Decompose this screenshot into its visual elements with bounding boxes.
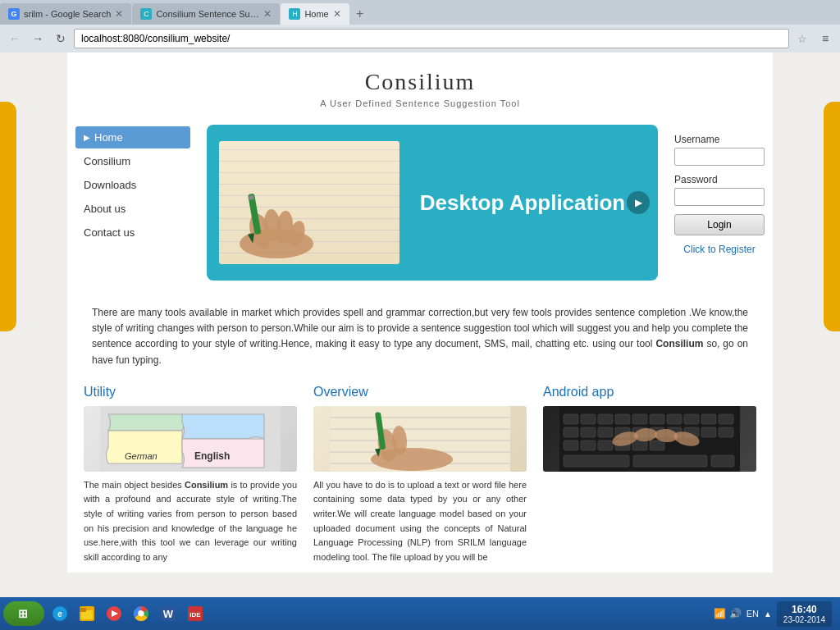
- overview-title: Overview: [313, 385, 527, 399]
- google-favicon: G: [8, 8, 20, 20]
- android-title: Android app: [543, 385, 756, 399]
- sidebar: ▶ Home Consilium Downloads About us Cont…: [67, 125, 199, 281]
- tab-consilium-suggestion[interactable]: C Consilium Sentence Sugg... ✕: [132, 3, 280, 25]
- hand-pen-svg: [227, 186, 326, 260]
- tab-close-home[interactable]: ✕: [333, 8, 341, 20]
- svg-rect-34: [581, 427, 596, 437]
- tab-close-google[interactable]: ✕: [115, 8, 123, 20]
- sidebar-item-contact-label: Contact us: [84, 226, 135, 239]
- svg-rect-43: [564, 441, 578, 450]
- android-image: [543, 406, 756, 472]
- sidebar-item-downloads[interactable]: Downloads: [75, 174, 190, 196]
- tab-google-search[interactable]: G srilm - Google Search ✕: [0, 3, 131, 25]
- overview-image: [313, 406, 527, 472]
- taskbar-items: e W IDE: [48, 601, 208, 626]
- svg-rect-33: [564, 427, 578, 437]
- three-columns: Utility German English: [67, 377, 773, 573]
- svg-text:German: German: [125, 451, 158, 461]
- forward-button[interactable]: →: [28, 29, 48, 48]
- site-wrapper: Consilium A User Defined Sentence Sugges…: [67, 52, 773, 573]
- svg-rect-32: [719, 414, 733, 424]
- taskbar-expand[interactable]: ▲: [764, 609, 772, 619]
- sidebar-item-home-label: Home: [94, 131, 123, 144]
- tab-bar: G srilm - Google Search ✕ C Consilium Se…: [0, 0, 840, 25]
- svg-rect-54: [633, 455, 707, 467]
- svg-rect-42: [719, 427, 733, 437]
- sidebar-item-home[interactable]: ▶ Home: [75, 126, 190, 148]
- username-input[interactable]: [674, 148, 765, 166]
- language-indicator[interactable]: EN: [746, 609, 759, 619]
- utility-text: The main object besides Consilium is to …: [84, 478, 297, 565]
- login-panel: Username Password Login Click to Registe…: [666, 125, 773, 281]
- nav-bar: ← → ↻ ☆ ≡: [0, 25, 840, 52]
- main-layout: ▶ Home Consilium Downloads About us Cont…: [67, 116, 773, 289]
- svg-rect-47: [632, 441, 647, 450]
- svg-rect-31: [701, 414, 716, 424]
- media-icon[interactable]: [102, 601, 126, 626]
- site-header: Consilium A User Defined Sentence Sugges…: [67, 52, 773, 116]
- sidebar-item-consilium[interactable]: Consilium: [75, 150, 190, 172]
- consilium-favicon: C: [140, 8, 152, 20]
- svg-rect-7: [249, 195, 254, 200]
- tab-label-google: srilm - Google Search: [24, 9, 111, 19]
- svg-rect-45: [598, 441, 613, 450]
- svg-rect-44: [581, 441, 596, 450]
- network-icon: 📶: [714, 608, 726, 619]
- reload-button[interactable]: ↻: [51, 29, 71, 48]
- system-clock[interactable]: 16:40 23-02-2014: [777, 601, 832, 627]
- corner-right-decoration: [824, 102, 840, 331]
- bookmark-star-icon[interactable]: ☆: [792, 29, 812, 48]
- sidebar-item-downloads-label: Downloads: [84, 179, 136, 191]
- menu-icon[interactable]: ≡: [815, 29, 835, 48]
- svg-rect-29: [667, 414, 682, 424]
- svg-rect-53: [564, 455, 629, 467]
- system-tray: 📶 🔊: [714, 608, 742, 619]
- col-overview: Overview: [313, 385, 527, 565]
- back-button[interactable]: ←: [5, 29, 25, 48]
- svg-rect-41: [701, 427, 716, 437]
- start-button[interactable]: ⊞: [3, 601, 44, 626]
- sidebar-item-about-label: About us: [84, 203, 126, 215]
- svg-rect-24: [581, 414, 596, 424]
- sidebar-item-contact[interactable]: Contact us: [75, 221, 190, 244]
- site-title: Consilium: [92, 69, 748, 95]
- windows-icon: ⊞: [18, 607, 28, 620]
- ide-icon[interactable]: IDE: [183, 601, 208, 626]
- new-tab-button[interactable]: +: [349, 3, 371, 25]
- taskbar: ⊞ e W IDE 📶 🔊 EN ▲: [0, 597, 840, 630]
- puzzle-svg: German English: [84, 406, 297, 472]
- svg-rect-27: [632, 414, 647, 424]
- explorer-icon[interactable]: [75, 601, 99, 626]
- tab-close-consilium[interactable]: ✕: [263, 8, 272, 20]
- word-icon[interactable]: W: [156, 601, 180, 626]
- col-android: Android app: [543, 385, 756, 565]
- tab-home[interactable]: H Home ✕: [281, 3, 349, 25]
- description-section: There are many tools available in market…: [67, 289, 773, 377]
- password-input[interactable]: [674, 188, 765, 206]
- hero-area: Desktop Application ▶: [199, 125, 666, 281]
- corner-left-decoration: [0, 102, 16, 331]
- tab-label-consilium: Consilium Sentence Sugg...: [156, 9, 259, 19]
- hero-slider: Desktop Application ▶: [207, 125, 658, 281]
- svg-text:W: W: [163, 608, 174, 620]
- username-label: Username: [674, 134, 765, 145]
- register-link[interactable]: Click to Register: [674, 244, 765, 255]
- ie-icon[interactable]: e: [48, 601, 72, 626]
- overview-text: All you have to do is to upload a text o…: [313, 478, 527, 565]
- svg-text:English: English: [194, 450, 230, 462]
- tab-label-home: Home: [304, 9, 328, 19]
- writing-svg: [313, 406, 527, 472]
- svg-rect-26: [615, 414, 630, 424]
- arrow-icon: ▶: [84, 133, 90, 142]
- svg-rect-30: [684, 414, 699, 424]
- browser-chrome: G srilm - Google Search ✕ C Consilium Se…: [0, 0, 840, 52]
- login-button[interactable]: Login: [674, 214, 765, 235]
- hero-text: Desktop Application: [399, 190, 646, 216]
- sidebar-item-about[interactable]: About us: [75, 198, 190, 220]
- utility-title: Utility: [84, 385, 297, 399]
- svg-rect-28: [650, 414, 664, 424]
- chrome-icon[interactable]: [129, 601, 153, 626]
- address-bar[interactable]: [74, 29, 789, 48]
- hero-next-button[interactable]: ▶: [627, 191, 650, 214]
- home-favicon: H: [289, 8, 300, 20]
